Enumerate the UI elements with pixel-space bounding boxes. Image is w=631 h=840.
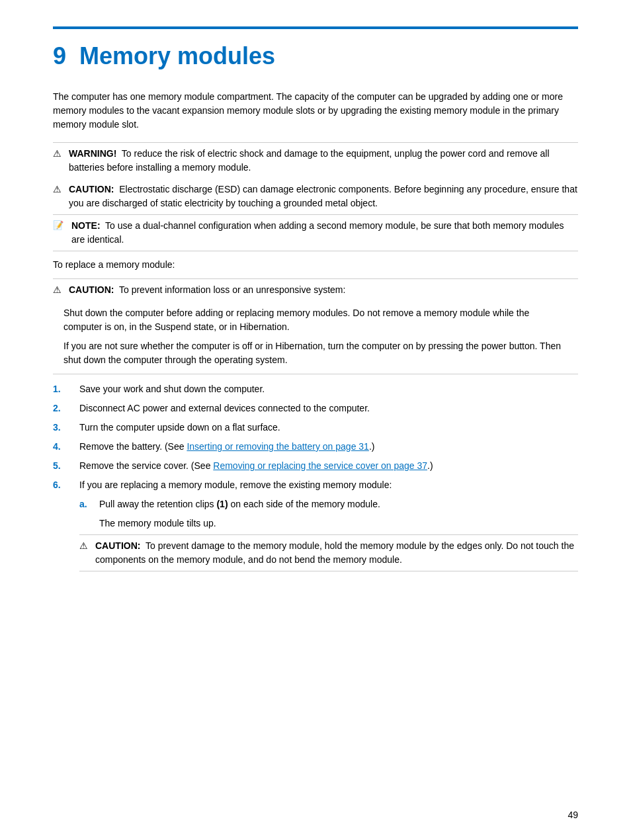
warning-content: WARNING! To reduce the risk of electric … [69,147,578,175]
step-3-number: 3. [53,421,79,435]
step-2-number: 2. [53,401,79,415]
caution2-content: CAUTION: To prevent information loss or … [69,283,345,297]
replace-intro: To replace a memory module: [53,258,578,272]
caution3-text: To prevent damage to the memory module, … [95,540,574,565]
chapter-number: 9 [53,42,66,70]
note-content: NOTE: To use a dual-channel configuratio… [71,219,578,247]
steps-list: 1. Save your work and shut down the comp… [53,382,578,571]
step-6-text: If you are replacing a memory module, re… [79,478,578,571]
page-number: 49 [568,810,578,820]
note-icon: 📝 [53,219,66,232]
shutdown-para1: Shut down the computer before adding or … [63,306,568,334]
caution2-label: CAUTION: [69,284,114,295]
step-6-main-text: If you are replacing a memory module, re… [79,480,392,490]
step-2-text: Disconnect AC power and external devices… [79,401,578,415]
step-3-text: Turn the computer upside down on a flat … [79,421,578,435]
step-5: 5. Remove the service cover. (See Removi… [53,459,578,473]
caution1-icon: ⚠ [53,183,63,196]
shutdown-block: Shut down the computer before adding or … [53,301,578,374]
step-1-text: Save your work and shut down the compute… [79,382,578,396]
chapter-header: 9 Memory modules [53,42,578,70]
step-6: 6. If you are replacing a memory module,… [53,478,578,571]
step-1: 1. Save your work and shut down the comp… [53,382,578,396]
step-4: 4. Remove the battery. (See Inserting or… [53,440,578,454]
step-4-number: 4. [53,440,79,454]
caution2-block: ⚠ CAUTION: To prevent information loss o… [53,278,578,301]
step-3: 3. Turn the computer upside down on a fl… [53,421,578,435]
chapter-title: Memory modules [79,42,275,70]
caution3-content: CAUTION: To prevent damage to the memory… [95,539,578,567]
caution1-content: CAUTION: Electrostatic discharge (ESD) c… [69,183,578,210]
top-border-line [53,26,578,29]
substeps-list: a. Pull away the retention clips (1) on … [79,497,578,511]
substep-a: a. Pull away the retention clips (1) on … [79,497,578,511]
step-5-number: 5. [53,459,79,473]
step-1-number: 1. [53,382,79,396]
caution2-icon: ⚠ [53,283,63,297]
substep-a-text: Pull away the retention clips (1) on eac… [99,497,578,511]
step-2: 2. Disconnect AC power and external devi… [53,401,578,415]
note-text: To use a dual-channel configuration when… [71,220,564,245]
service-cover-link[interactable]: Removing or replacing the service cover … [213,460,427,471]
caution3-block: ⚠ CAUTION: To prevent damage to the memo… [79,534,578,571]
note-block: 📝 NOTE: To use a dual-channel configurat… [53,215,578,251]
shutdown-para2: If you are not sure whether the computer… [63,339,568,367]
warning-text: To reduce the risk of electric shock and… [69,148,550,173]
page-container: 9 Memory modules The computer has one me… [0,0,631,616]
step-6-number: 6. [53,478,79,492]
caution1-text: Electrostatic discharge (ESD) can damage… [69,184,577,208]
tilts-up-text: The memory module tilts up. [99,517,578,530]
substep-a-label: a. [79,497,99,511]
caution3-label: CAUTION: [95,540,140,551]
caution1-label: CAUTION: [69,184,114,194]
step-4-text: Remove the battery. (See Inserting or re… [79,440,578,454]
warning-label: WARNING! [69,148,116,159]
caution3-icon: ⚠ [79,539,90,553]
battery-link[interactable]: Inserting or removing the battery on pag… [187,441,369,452]
warning-icon: ⚠ [53,147,63,161]
warning-block: ⚠ WARNING! To reduce the risk of electri… [53,142,578,179]
caution2-text: To prevent information loss or an unresp… [119,284,345,295]
caution1-block: ⚠ CAUTION: Electrostatic discharge (ESD)… [53,179,578,215]
note-label: NOTE: [71,220,101,231]
intro-paragraph: The computer has one memory module compa… [53,90,578,132]
step-5-text: Remove the service cover. (See Removing … [79,459,578,473]
